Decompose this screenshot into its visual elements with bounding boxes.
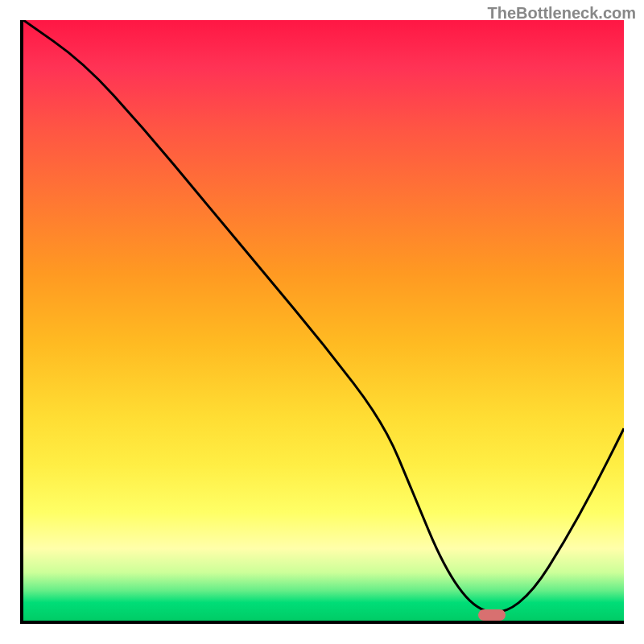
watermark-text: TheBottleneck.com bbox=[488, 4, 636, 23]
bottleneck-curve bbox=[23, 20, 624, 613]
chart-container: TheBottleneck.com bbox=[0, 0, 644, 644]
curve-svg bbox=[23, 20, 624, 621]
chart-plot-area bbox=[20, 20, 624, 624]
optimal-point-marker bbox=[478, 609, 506, 621]
